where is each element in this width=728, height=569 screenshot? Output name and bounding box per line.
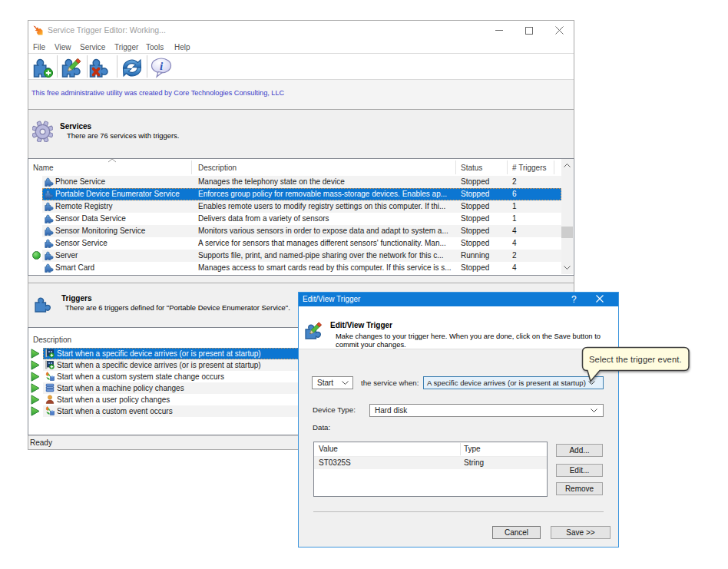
svg-text:Select the trigger event.: Select the trigger event.	[589, 355, 682, 364]
